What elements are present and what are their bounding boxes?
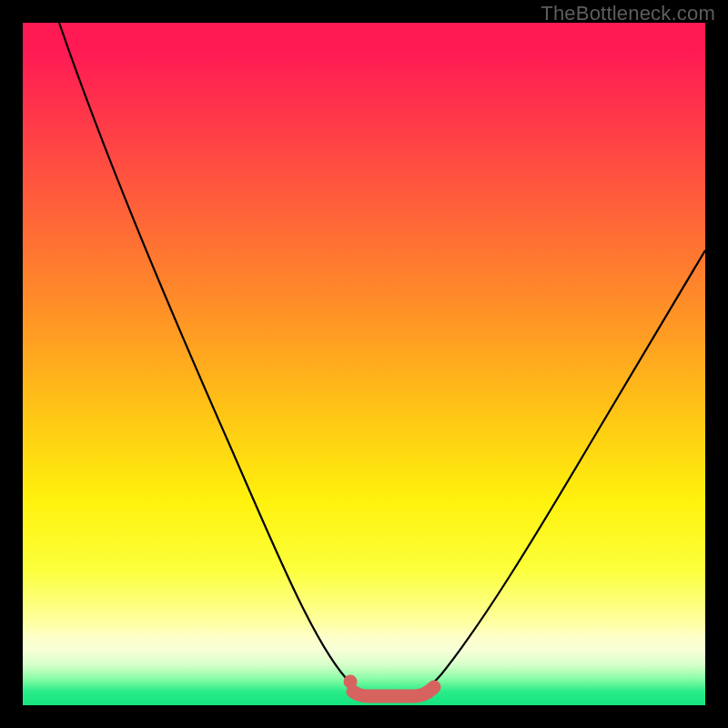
gradient-plot-area [23, 23, 705, 705]
bottleneck-curve [59, 23, 705, 695]
sweet-spot-start-dot [344, 675, 358, 689]
curve-layer [23, 23, 705, 705]
sweet-spot-marker [353, 687, 434, 696]
watermark-text: TheBottleneck.com [541, 2, 715, 25]
chart-frame: TheBottleneck.com [0, 0, 728, 728]
